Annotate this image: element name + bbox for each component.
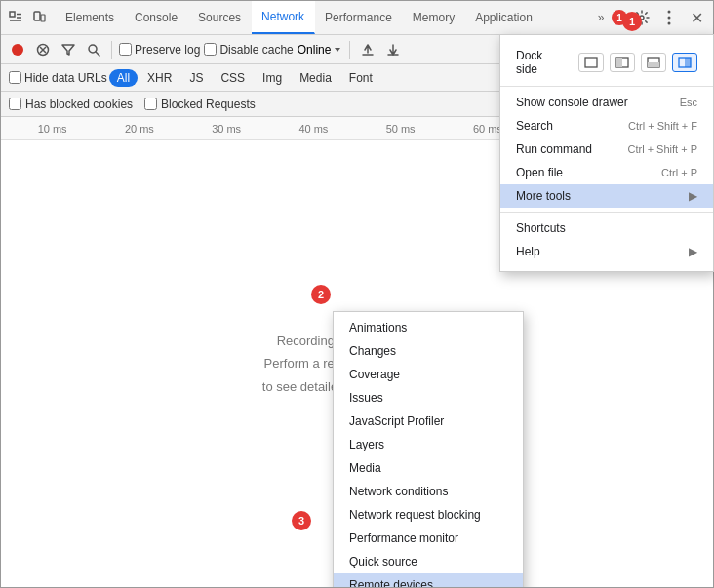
filter-font[interactable]: Font xyxy=(341,69,380,87)
submenu-layers[interactable]: Layers xyxy=(334,433,523,456)
svg-rect-5 xyxy=(41,15,45,21)
svg-rect-21 xyxy=(616,58,622,67)
filter-js[interactable]: JS xyxy=(181,69,211,87)
download-icon[interactable] xyxy=(382,39,404,60)
run-command-item[interactable]: Run command Ctrl + Shift + P xyxy=(500,137,713,161)
tick-2: 20 ms xyxy=(96,123,182,135)
svg-rect-23 xyxy=(648,62,659,67)
tab-network[interactable]: Network xyxy=(252,1,315,34)
svg-line-15 xyxy=(96,52,99,56)
submenu-issues[interactable]: Issues xyxy=(334,386,523,410)
show-console-drawer-item[interactable]: Show console drawer Esc xyxy=(500,91,713,114)
filter-media[interactable]: Media xyxy=(292,69,339,87)
has-blocked-cookies-input[interactable] xyxy=(9,98,21,110)
shortcuts-item[interactable]: Shortcuts xyxy=(500,216,713,240)
submenu-quick-source[interactable]: Quick source xyxy=(334,550,523,573)
submenu-network-request-blocking[interactable]: Network request blocking xyxy=(334,503,523,527)
dock-section: Dock side xyxy=(500,39,713,87)
dock-separate-button[interactable] xyxy=(578,53,604,72)
dock-left-button[interactable] xyxy=(610,53,635,72)
record-button[interactable] xyxy=(7,39,28,60)
tab-icon-group xyxy=(5,7,50,28)
help-item[interactable]: Help ▶ xyxy=(500,240,713,263)
main-tabs: Elements Console Sources Network Perform… xyxy=(56,1,590,34)
submenu-remote-devices[interactable]: Remote devices xyxy=(334,573,523,587)
has-blocked-cookies-checkbox[interactable]: Has blocked cookies xyxy=(9,98,133,111)
tab-overflow-button[interactable]: » xyxy=(590,7,612,28)
online-selector[interactable]: Online xyxy=(298,43,343,57)
disable-cache-input[interactable] xyxy=(204,43,217,56)
svg-point-10 xyxy=(12,44,23,56)
search-icon[interactable] xyxy=(83,39,104,60)
submenu-javascript-profiler[interactable]: JavaScript Profiler xyxy=(334,410,523,433)
devtools-menu: Dock side xyxy=(499,34,714,272)
submenu-animations[interactable]: Animations xyxy=(334,316,523,339)
tab-application[interactable]: Application xyxy=(465,1,543,34)
submenu-changes[interactable]: Changes xyxy=(334,339,523,363)
device-toggle-icon[interactable] xyxy=(28,7,50,28)
help-section: Shortcuts Help ▶ xyxy=(500,213,713,267)
dock-side-label: Dock side xyxy=(516,49,567,76)
more-tools-arrow: ▶ xyxy=(689,189,697,203)
hide-data-urls-checkbox[interactable]: Hide data URLs xyxy=(9,71,107,85)
dock-buttons-group: Dock side xyxy=(500,43,713,82)
submenu-media[interactable]: Media xyxy=(334,456,523,480)
submenu-performance-monitor[interactable]: Performance monitor xyxy=(334,527,523,550)
dock-right-button[interactable] xyxy=(672,53,697,72)
svg-rect-25 xyxy=(685,58,691,67)
open-file-item[interactable]: Open file Ctrl + P xyxy=(500,161,713,184)
tick-3: 30 ms xyxy=(183,123,270,135)
hide-data-urls-input[interactable] xyxy=(9,71,21,84)
blocked-requests-input[interactable] xyxy=(144,98,157,110)
toolbar-sep2 xyxy=(349,41,350,59)
tick-5: 50 ms xyxy=(357,123,444,135)
filter-img[interactable]: Img xyxy=(255,69,290,87)
help-arrow: ▶ xyxy=(689,245,697,258)
upload-icon[interactable] xyxy=(357,39,378,60)
search-item[interactable]: Search Ctrl + Shift + F xyxy=(500,114,713,137)
clear-button[interactable] xyxy=(32,39,54,60)
svg-rect-4 xyxy=(34,12,40,20)
inspect-element-icon[interactable] xyxy=(5,7,26,28)
tab-console[interactable]: Console xyxy=(125,1,188,34)
svg-point-7 xyxy=(668,11,671,14)
svg-point-9 xyxy=(668,22,671,25)
console-section: Show console drawer Esc Search Ctrl + Sh… xyxy=(500,87,713,213)
callout-2: 2 xyxy=(311,285,331,304)
preserve-log-input[interactable] xyxy=(119,43,132,56)
tab-sources[interactable]: Sources xyxy=(188,1,252,34)
tick-4: 40 ms xyxy=(270,123,357,135)
more-tools-item[interactable]: More tools ▶ xyxy=(500,184,713,208)
more-tools-submenu: Animations Changes Coverage Issues JavaS… xyxy=(333,311,524,587)
tab-elements[interactable]: Elements xyxy=(56,1,125,34)
svg-point-8 xyxy=(668,17,671,20)
filter-css[interactable]: CSS xyxy=(213,69,253,87)
tab-memory[interactable]: Memory xyxy=(403,1,465,34)
svg-rect-0 xyxy=(10,12,15,17)
disable-cache-checkbox[interactable]: Disable cache xyxy=(204,43,293,57)
filter-icon[interactable] xyxy=(58,39,79,60)
blocked-requests-checkbox[interactable]: Blocked Requests xyxy=(144,98,256,111)
filter-xhr[interactable]: XHR xyxy=(139,69,179,87)
dock-bottom-button[interactable] xyxy=(641,53,666,72)
submenu-network-conditions[interactable]: Network conditions xyxy=(334,480,523,503)
tab-performance[interactable]: Performance xyxy=(315,1,403,34)
callout-3: 3 xyxy=(292,511,311,530)
svg-marker-16 xyxy=(335,48,340,52)
tick-1: 10 ms xyxy=(9,123,96,135)
svg-rect-19 xyxy=(585,58,597,67)
preserve-log-checkbox[interactable]: Preserve log xyxy=(119,43,200,57)
toolbar-separator xyxy=(111,41,112,59)
filter-all[interactable]: All xyxy=(109,69,138,87)
tab-bar: Elements Console Sources Network Perform… xyxy=(1,1,713,35)
close-devtools-button[interactable]: ✕ xyxy=(684,5,709,30)
submenu-coverage[interactable]: Coverage xyxy=(334,363,523,386)
more-options-button[interactable] xyxy=(656,5,682,30)
callout-1-positioned: 1 xyxy=(622,12,642,31)
